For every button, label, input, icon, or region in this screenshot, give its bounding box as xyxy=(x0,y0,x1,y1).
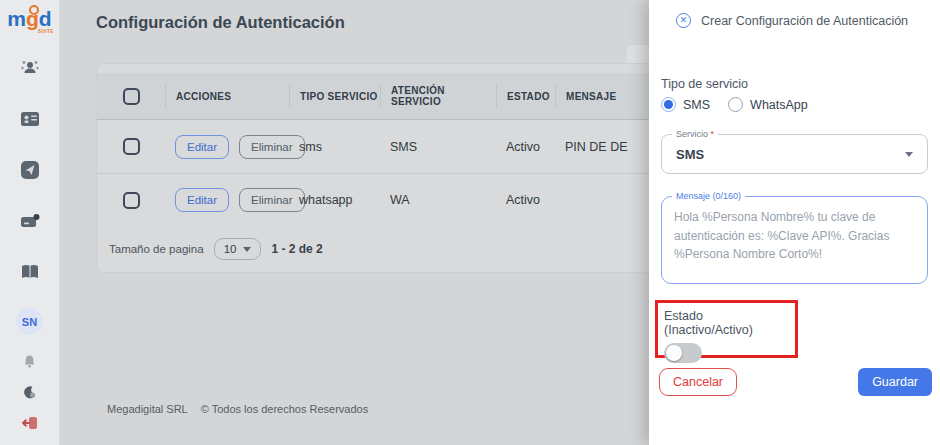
toggle-knob xyxy=(666,345,682,361)
page-size-select[interactable]: 10 xyxy=(214,238,262,260)
id-card-icon xyxy=(19,108,41,134)
send-icon xyxy=(19,159,41,185)
drawer-header: ✕ Crear Configuración de Autenticación xyxy=(676,13,908,28)
page-title: Configuración de Autenticación xyxy=(96,13,345,32)
estado-toggle[interactable] xyxy=(664,343,702,363)
page-size-label: Tamaño de pagina xyxy=(109,243,204,255)
save-button[interactable]: Guardar xyxy=(858,368,932,396)
radio-whatsapp-label[interactable]: WhatsApp xyxy=(750,98,808,112)
chevron-down-icon xyxy=(243,247,251,252)
sidebar-item-users[interactable] xyxy=(13,53,47,87)
logo-suite-label: SUITE xyxy=(38,30,54,35)
row-checkbox[interactable] xyxy=(123,192,140,209)
sidebar-item-devices[interactable] xyxy=(13,206,47,240)
pagination-range: 1 - 2 de 2 xyxy=(271,242,322,256)
header-estado[interactable]: ESTADO xyxy=(496,84,555,108)
cell-tipo-servicio: sms xyxy=(289,140,380,154)
close-icon[interactable]: ✕ xyxy=(676,13,691,28)
cell-estado: Activo xyxy=(496,140,555,154)
pos-device-icon xyxy=(18,209,42,237)
book-icon xyxy=(19,261,41,287)
logo-letter-d: d xyxy=(39,7,52,30)
servicio-select[interactable]: Servicio * SMS xyxy=(661,134,928,174)
servicio-value: SMS xyxy=(676,147,704,162)
estado-label: Estado (Inactivo/Activo) xyxy=(664,309,795,337)
users-icon xyxy=(19,57,41,83)
cell-atencion-servicio: SMS xyxy=(380,140,496,154)
user-avatar[interactable]: SN xyxy=(16,308,43,335)
cell-tipo-servicio: whatsapp xyxy=(289,193,380,207)
cell-atencion-servicio: WA xyxy=(380,193,496,207)
bell-icon xyxy=(22,354,37,373)
radio-whatsapp[interactable] xyxy=(728,97,743,112)
edit-button[interactable]: Editar xyxy=(175,188,229,212)
row-checkbox[interactable] xyxy=(123,138,140,155)
drawer-actions: Cancelar Guardar xyxy=(659,368,932,396)
sidebar-item-contacts[interactable] xyxy=(13,104,47,138)
header-atencion-servicio[interactable]: ATENCIÓN SERVICIO xyxy=(380,84,496,108)
annotation-highlight: Estado (Inactivo/Activo) xyxy=(655,300,798,358)
moon-icon xyxy=(22,385,37,404)
app-logo[interactable]: mgd SUITE xyxy=(7,8,51,29)
footer-copyright: © Todos los derechos Reservados xyxy=(201,403,369,415)
logo-letter-m: m xyxy=(7,7,26,30)
footer: Megadigital SRL © Todos los derechos Res… xyxy=(107,403,368,415)
edit-button[interactable]: Editar xyxy=(175,135,229,159)
notifications-button[interactable] xyxy=(18,351,42,375)
header-acciones[interactable]: ACCIONES xyxy=(165,84,289,108)
select-all-checkbox[interactable] xyxy=(123,88,140,105)
logo-letter-g: g xyxy=(26,7,39,30)
sidebar-item-docs[interactable] xyxy=(13,257,47,291)
required-asterisk: * xyxy=(711,129,715,139)
logout-icon xyxy=(22,416,38,434)
sidebar: mgd SUITE SN xyxy=(0,0,60,445)
radio-sms[interactable] xyxy=(661,97,676,112)
create-auth-config-drawer: ✕ Crear Configuración de Autenticación T… xyxy=(649,0,940,445)
mensaje-textarea[interactable] xyxy=(662,197,927,283)
logout-button[interactable] xyxy=(18,413,42,437)
tipo-de-servicio-radio-group: SMS WhatsApp xyxy=(661,97,826,112)
tipo-de-servicio-label: Tipo de servicio xyxy=(661,77,748,91)
mensaje-field: Mensaje (0/160) xyxy=(661,196,928,284)
radio-sms-label[interactable]: SMS xyxy=(683,98,710,112)
dark-mode-button[interactable] xyxy=(18,382,42,406)
page-size-value: 10 xyxy=(224,243,237,255)
header-tipo-servicio[interactable]: TIPO SERVICIO xyxy=(289,84,380,108)
servicio-label: Servicio * xyxy=(672,129,718,140)
footer-company: Megadigital SRL xyxy=(107,403,188,415)
mensaje-label: Mensaje (0/160) xyxy=(672,191,745,202)
cancel-button[interactable]: Cancelar xyxy=(659,368,737,396)
chevron-down-icon xyxy=(905,152,913,157)
drawer-title: Crear Configuración de Autenticación xyxy=(701,14,908,28)
cell-estado: Activo xyxy=(496,193,555,207)
sidebar-item-send[interactable] xyxy=(13,155,47,189)
